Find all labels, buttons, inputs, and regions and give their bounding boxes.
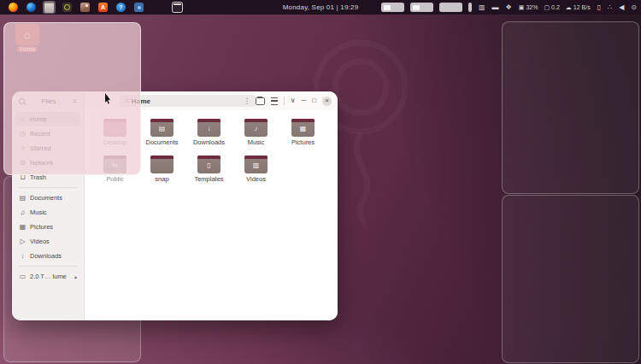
sidebar-volume-group: ▭ 2.0 T… lume ▴ bbox=[12, 269, 84, 284]
terminal-icon[interactable] bbox=[171, 1, 184, 14]
tiling-zone-bottom-right bbox=[502, 195, 639, 363]
sidebar-item-music[interactable]: ♫Music bbox=[15, 205, 80, 220]
sidebar-item-network[interactable]: ⊟Network bbox=[15, 156, 80, 170]
cpu-usage-icon: ▣ bbox=[519, 4, 525, 10]
workspace-pill-stub[interactable] bbox=[468, 3, 472, 12]
sidebar-item-volume[interactable]: ▭ 2.0 T… lume ▴ bbox=[15, 269, 80, 284]
folder-videos[interactable]: ▥Videos bbox=[232, 154, 279, 191]
desktop-home-icon[interactable]: ⌂ Home bbox=[13, 24, 42, 52]
cpu-usage-monitor[interactable]: ▣32% bbox=[519, 4, 538, 10]
firefox-icon[interactable] bbox=[7, 1, 20, 14]
files-app-icon[interactable] bbox=[43, 1, 56, 14]
folder-tab bbox=[244, 156, 268, 159]
screen-share-icon[interactable]: ▬ bbox=[492, 4, 499, 11]
sidebar-item-label: Network bbox=[30, 159, 54, 167]
help-icon[interactable]: ? bbox=[115, 1, 127, 14]
new-folder-icon[interactable] bbox=[256, 97, 265, 105]
folder-documents[interactable]: ▤Documents bbox=[138, 117, 185, 154]
folder-tab bbox=[103, 119, 126, 122]
workspace-pill-2[interactable] bbox=[410, 3, 433, 12]
desktop-home-icon-label: Home bbox=[17, 46, 38, 52]
hamburger-menu-icon[interactable]: ≡ bbox=[73, 97, 77, 105]
public-emblem-icon: ⇆ bbox=[112, 162, 118, 169]
path-bar[interactable]: ⌂ Home ⋮ bbox=[120, 95, 256, 107]
image-dot-icon bbox=[85, 4, 88, 7]
files-headerbar[interactable]: ⌂ Home ⋮ ∨ ─ □ × bbox=[85, 91, 338, 110]
folder-label: Desktop bbox=[103, 138, 127, 146]
clock[interactable]: Monday, Sep 01 | 19:29 bbox=[283, 3, 359, 11]
tiling-layout-icon[interactable]: ▥ bbox=[479, 4, 485, 11]
power-icon[interactable]: ⊙ bbox=[631, 4, 637, 11]
folder-icon: ▯ bbox=[197, 156, 221, 173]
sidebar-item-documents[interactable]: ▤Documents bbox=[15, 191, 80, 205]
folder-label: Music bbox=[248, 138, 265, 146]
folder-pictures[interactable]: ▦Pictures bbox=[279, 117, 326, 154]
volume-icon[interactable]: ◀ bbox=[619, 4, 624, 11]
network-speed-monitor[interactable]: ☁12 B/s bbox=[566, 4, 591, 10]
sidebar-item-label: Videos bbox=[30, 238, 50, 245]
extensions-icon[interactable] bbox=[132, 1, 145, 14]
sidebar-item-trash[interactable]: ⊔Trash bbox=[15, 170, 80, 185]
folder-templates[interactable]: ▯Templates bbox=[185, 154, 232, 191]
folder-label: Downloads bbox=[193, 138, 225, 146]
browser-globe-icon[interactable] bbox=[25, 1, 38, 14]
network-hub-icon[interactable]: ∴ bbox=[608, 4, 612, 11]
list-view-icon[interactable] bbox=[271, 97, 278, 105]
videos-icon: ▷ bbox=[19, 238, 26, 245]
firefox-icon-glyph bbox=[9, 3, 18, 12]
memory-usage-monitor[interactable]: ▢0.2 bbox=[544, 4, 559, 10]
folder-icon: ⇆ bbox=[103, 156, 126, 173]
folder-public[interactable]: ⇆Public bbox=[91, 154, 138, 191]
folder-label: Pictures bbox=[291, 138, 315, 146]
close-button[interactable]: × bbox=[322, 97, 332, 106]
minimize-button[interactable]: ─ bbox=[301, 97, 306, 104]
search-icon[interactable] bbox=[19, 98, 25, 104]
tiling-zone-top-right bbox=[502, 21, 639, 194]
puzzle-knob-icon bbox=[138, 6, 141, 9]
pictures-icon: ▦ bbox=[19, 224, 26, 231]
folder-label: snap bbox=[155, 175, 168, 183]
terminal-icon-glyph bbox=[172, 2, 183, 13]
folder-snap[interactable]: snap bbox=[138, 154, 185, 191]
eject-icon[interactable]: ▴ bbox=[74, 273, 77, 279]
workspace-pill-1[interactable] bbox=[381, 3, 404, 12]
image-viewer-icon[interactable] bbox=[79, 1, 91, 14]
folder-downloads[interactable]: ↓Downloads bbox=[185, 117, 232, 154]
sidebar-item-downloads[interactable]: ↓Downloads bbox=[15, 249, 80, 263]
network-icon: ⊟ bbox=[19, 160, 26, 167]
folder-desktop[interactable]: Desktop bbox=[91, 117, 138, 154]
folder-label: Documents bbox=[146, 138, 179, 146]
text-editor-icon[interactable]: A bbox=[97, 1, 109, 14]
volume-label: 2.0 T… lume bbox=[30, 273, 67, 280]
sidebar-item-label: Starred bbox=[30, 144, 51, 152]
sidebar-item-recent[interactable]: ◷Recent bbox=[15, 126, 80, 141]
sidebar-item-label: Music bbox=[30, 208, 47, 216]
chevron-down-icon[interactable]: ∨ bbox=[291, 97, 296, 104]
documents-icon: ▤ bbox=[19, 195, 26, 202]
network-speed-icon: ☁ bbox=[566, 4, 572, 10]
workspace-pill-3[interactable] bbox=[439, 3, 462, 12]
browser-globe-icon-glyph bbox=[26, 3, 36, 12]
sidebar-item-videos[interactable]: ▷Videos bbox=[15, 234, 80, 249]
sidebar-item-label: Downloads bbox=[30, 252, 62, 260]
videos-emblem-icon: ▥ bbox=[253, 162, 260, 169]
phone-icon[interactable]: ▯ bbox=[597, 4, 601, 11]
pinwheel-icon[interactable]: ❖ bbox=[506, 4, 512, 11]
maximize-button[interactable]: □ bbox=[312, 97, 316, 104]
sidebar-item-starred[interactable]: ☆Starred bbox=[15, 141, 80, 156]
sidebar-item-pictures[interactable]: ▦Pictures bbox=[15, 220, 80, 234]
folder-tab bbox=[150, 119, 173, 122]
sidebar-item-home[interactable]: ⌂Home bbox=[15, 112, 80, 126]
sidebar-item-label: Home bbox=[30, 115, 47, 123]
folder-label: Templates bbox=[194, 175, 223, 183]
kebab-menu-icon[interactable]: ⋮ bbox=[244, 97, 250, 105]
text-editor-icon-glyph: A bbox=[98, 3, 108, 12]
sidebar-item-label: Documents bbox=[30, 194, 62, 202]
home-icon: ⌂ bbox=[19, 116, 26, 123]
folder-tab bbox=[291, 119, 315, 122]
folder-music[interactable]: ♪Music bbox=[232, 117, 279, 154]
path-home-icon: ⌂ bbox=[125, 97, 129, 104]
files-window: Files ≡ ⌂Home◷Recent☆Starred⊟Network⊔Tra… bbox=[12, 91, 338, 320]
sidebar-top-group: ⌂Home◷Recent☆Starred⊟Network⊔Trash bbox=[12, 112, 84, 185]
camera-lens-icon[interactable] bbox=[61, 1, 74, 14]
